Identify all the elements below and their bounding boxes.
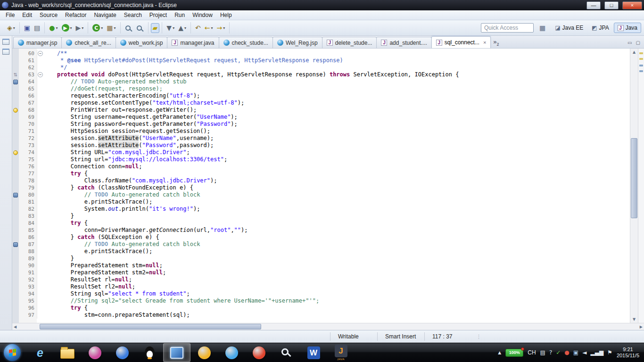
qq-icon[interactable] (136, 343, 163, 362)
dropdown-arrow-icon[interactable]: ▾ (173, 26, 174, 30)
code-line-94[interactable]: 94 String sql="select * from student"; (12, 290, 630, 297)
taskbar-clock[interactable]: 9:21 2015/11/5 (617, 346, 641, 359)
code-line-81[interactable]: 81 e.printStackTrace(); (12, 198, 630, 206)
media-center-icon[interactable] (81, 343, 108, 362)
run-icon[interactable]: ▶▾ (60, 23, 74, 33)
menu-project[interactable]: Project (146, 11, 171, 19)
bulb-marker-icon[interactable] (13, 150, 18, 155)
menu-navigate[interactable]: Navigate (90, 11, 120, 19)
code-line-82[interactable]: 82 System.out.println("it's wrong!"); (12, 206, 630, 213)
code-line-70[interactable]: 70 String password=request.getParameter(… (12, 121, 630, 128)
horizontal-scroll-thumb[interactable] (40, 324, 261, 329)
editor-tab-add-student[interactable]: Jadd_student.... (376, 37, 431, 48)
menu-help[interactable]: Help (216, 11, 236, 19)
fold-collapse-icon[interactable]: − (38, 72, 43, 77)
code-line-92[interactable]: 92 ResultSet rl=null; (12, 276, 630, 283)
close-button[interactable]: × (622, 1, 642, 9)
help-icon[interactable]: ? (549, 350, 552, 355)
code-line-96[interactable]: 96 try { (12, 304, 630, 312)
explorer-icon[interactable] (54, 343, 81, 362)
search-icon[interactable] (134, 24, 146, 33)
ie-icon[interactable]: e (26, 343, 54, 362)
overview-task-mark[interactable] (639, 65, 643, 66)
scroll-right-icon[interactable]: ▶ (640, 325, 643, 329)
code-line-89[interactable]: 89 } (12, 255, 630, 262)
code-line-97[interactable]: 97 stm=conn.prepareStatement(sql); (12, 312, 630, 319)
new-wizard-icon[interactable]: ◈▾ (5, 23, 17, 33)
dropdown-arrow-icon[interactable]: ▾ (70, 26, 72, 30)
code-line-87[interactable]: 87 // TODO Auto-generated catch block (12, 241, 630, 248)
code-line-88[interactable]: 88 e.printStackTrace(); (12, 248, 630, 255)
dropdown-arrow-icon[interactable]: ▾ (82, 26, 83, 30)
code-line-72[interactable]: 72 session.setAttribute("UserName",usern… (12, 135, 630, 142)
save-icon[interactable]: ▣ (22, 23, 32, 33)
code-line-95[interactable]: 95 //String sql2="select Greade from stu… (12, 297, 630, 304)
code-line-62[interactable]: 62 */ (12, 64, 630, 71)
overview-warning-mark[interactable] (639, 58, 643, 60)
code-line-66[interactable]: 66 request.setCharacterEncoding("utf-8")… (12, 92, 630, 99)
external-tools-icon[interactable]: ▶▾ (74, 23, 86, 33)
forward-icon[interactable]: →▾ (215, 23, 227, 33)
menu-edit[interactable]: Edit (18, 11, 36, 19)
task-marker-icon[interactable] (13, 242, 18, 247)
code-line-63[interactable]: ⇅63− protected void doPost(HttpServletRe… (12, 71, 630, 78)
editor-tab-check-stude[interactable]: check_stude... (219, 37, 273, 48)
minimized-view-icon[interactable] (2, 49, 9, 55)
code-line-60[interactable]: 60− /** (12, 50, 630, 57)
overview-warning-mark[interactable] (639, 52, 643, 54)
overview-ruler[interactable] (638, 49, 644, 323)
keyboard-icon[interactable]: ▤ (540, 350, 545, 355)
task-marker-icon[interactable] (13, 80, 18, 84)
menu-file[interactable]: File (2, 11, 18, 19)
dropdown-arrow-icon[interactable]: ▾ (223, 26, 225, 30)
bulb-marker-icon[interactable] (13, 108, 18, 113)
code-line-86[interactable]: 86 } catch (SQLException e) { (12, 234, 630, 241)
tab-overflow-chevron[interactable]: »2 (490, 38, 502, 47)
code-line-91[interactable]: 91 PreparedStatement stm2=null; (12, 269, 630, 276)
new-package-icon[interactable]: ▦▾ (105, 23, 117, 33)
search-tool-icon[interactable] (272, 343, 300, 362)
language-indicator[interactable]: CH (528, 349, 536, 356)
java-icon[interactable]: JJAVA (327, 343, 355, 362)
action-center-icon[interactable]: ⚑ (607, 350, 612, 355)
volume-icon[interactable]: ◄ (582, 350, 586, 355)
hidden-icons-chevron[interactable]: ▲ (498, 350, 501, 355)
maximize-button[interactable]: □ (604, 1, 619, 9)
code-line-78[interactable]: 78 Class.forName("com.mysql.jdbc.Driver"… (12, 177, 630, 184)
dropdown-arrow-icon[interactable]: ▾ (211, 26, 213, 30)
battery-indicator[interactable]: 100% (505, 349, 523, 357)
fold-collapse-icon[interactable]: − (38, 51, 43, 56)
dropdown-arrow-icon[interactable]: ▾ (13, 26, 15, 30)
menu-window[interactable]: Window (189, 11, 216, 19)
code-line-93[interactable]: 93 ResultSet rl2=null; (12, 283, 630, 290)
overview-task-mark[interactable] (639, 70, 643, 72)
editor-tab-sql-connect[interactable]: Jsql_connect...× (431, 36, 491, 48)
back-icon[interactable]: ←▾ (203, 23, 215, 33)
perspective-jpa[interactable]: ◩JPA (588, 23, 612, 33)
mark-occurrences-icon[interactable]: ▰ (151, 23, 160, 33)
network-icon[interactable]: ▂▄▆ (590, 350, 603, 355)
code-line-74[interactable]: 74 String URL="com.mysql.jdbc.Driver"; (12, 149, 630, 156)
next-annotation-icon[interactable]: ▼▾ (165, 23, 176, 33)
print-icon[interactable]: ▤ (32, 23, 42, 33)
tab-close-icon[interactable]: × (483, 40, 486, 45)
scroll-up-icon[interactable]: ▲ (630, 50, 638, 54)
code-line-65[interactable]: 65 //doGet(request, response); (12, 85, 630, 92)
quick-access-input[interactable]: Quick Access (481, 23, 534, 33)
new-class-icon[interactable]: C▾ (91, 23, 105, 33)
vertical-scrollbar[interactable]: ▲ ▼ (630, 49, 638, 323)
editor-tab-wel-reg-jsp[interactable]: Wel_Reg.jsp (272, 37, 322, 48)
menu-source[interactable]: Source (36, 11, 61, 19)
nav-marker-icon[interactable]: ⇅ (14, 73, 17, 77)
task-marker-icon[interactable] (13, 193, 18, 197)
code-line-90[interactable]: 90 PreparedStatement stm=null; (12, 262, 630, 269)
last-edit-location-icon[interactable]: ↶ (193, 23, 203, 33)
editor-tab-web-work-jsp[interactable]: web_work.jsp (116, 37, 168, 48)
word-icon[interactable]: W (300, 343, 327, 362)
menu-search[interactable]: Search (120, 11, 146, 19)
menu-refactor[interactable]: Refactor (61, 11, 90, 19)
menu-run[interactable]: Run (171, 11, 189, 19)
editor-tab-delete-stude[interactable]: Jdelete_stude... (322, 37, 377, 48)
minimized-view-icon[interactable] (2, 39, 9, 45)
start-button[interactable] (4, 344, 21, 361)
